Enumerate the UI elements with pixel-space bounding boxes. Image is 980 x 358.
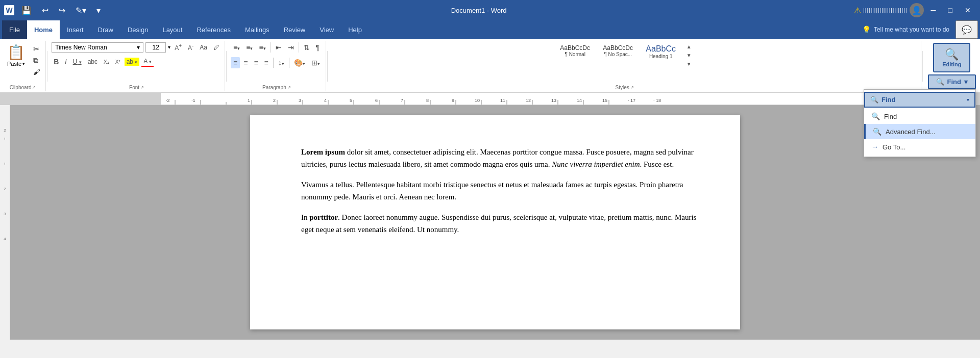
warning-icon: ⚠: [854, 6, 861, 15]
clipboard-small-buttons: ✂ ⧉ 🖌: [31, 42, 42, 77]
style-normal[interactable]: AaBbCcDc ¶ Normal: [555, 42, 596, 62]
dropdown-find-item[interactable]: 🔍 Find: [864, 109, 975, 124]
superscript-button[interactable]: X²: [113, 58, 122, 66]
find-button-wrapper: 🔍 Find ▾ 🔍 Find ▾ 🔍 Find: [928, 74, 976, 89]
title-bar-left: W 💾 ↩ ↪ ✎▾ ▾: [4, 4, 104, 17]
tab-review[interactable]: Review: [277, 20, 313, 39]
align-right-button[interactable]: ≡: [251, 57, 260, 68]
format-painter-button[interactable]: 🖌: [31, 67, 42, 77]
restore-button[interactable]: □: [943, 4, 958, 16]
copy-button[interactable]: ⧉: [31, 55, 42, 66]
paste-button[interactable]: 📋 Paste ▾: [3, 42, 29, 69]
font-expand-icon[interactable]: ↗: [140, 85, 144, 90]
styles-group: AaBbCcDc ¶ Normal AaBbCcDc ¶ No Spac... …: [329, 41, 921, 91]
clear-formatting-button[interactable]: 🖊: [211, 43, 222, 52]
comment-button[interactable]: 💬: [955, 20, 978, 39]
align-left-button[interactable]: ≡: [231, 57, 240, 68]
font-size-dropdown-arrow[interactable]: ▾: [168, 44, 170, 50]
styles-scroll-down[interactable]: ▼: [685, 52, 693, 59]
tab-view[interactable]: View: [312, 20, 341, 39]
title-bar: W 💾 ↩ ↪ ✎▾ ▾ Document1 - Word ⚠ ||||||||…: [0, 0, 980, 20]
cut-button[interactable]: ✂: [31, 44, 42, 54]
quick-access-customize[interactable]: ✎▾: [72, 4, 89, 17]
dropdown-advanced-find-item[interactable]: 🔍 Advanced Find...: [864, 124, 975, 139]
tab-file[interactable]: File: [2, 20, 27, 39]
paragraph-top-row: ≡▾ ≡▾ ≡▾ ⇤ ⇥ ⇅ ¶: [231, 42, 322, 53]
para-separator-3: [273, 58, 274, 68]
strikethrough-button[interactable]: abc: [86, 57, 100, 66]
align-center-button[interactable]: ≡: [241, 57, 250, 68]
style-heading1[interactable]: AaBbCc Heading 1: [641, 42, 681, 62]
svg-text:·1: ·1: [191, 98, 195, 103]
vertical-ruler: 2 1 1 2 3 4: [0, 105, 10, 340]
svg-text:4: 4: [324, 98, 327, 103]
paragraph-group-content: ≡▾ ≡▾ ≡▾ ⇤ ⇥ ⇅ ¶ ≡ ≡ ≡ ≡ ↕▾: [231, 42, 323, 84]
document-title: Document1 - Word: [104, 7, 854, 14]
paragraph-expand-icon[interactable]: ↗: [287, 85, 291, 90]
tab-bar: File Home Insert Draw Design Layout Refe…: [0, 20, 980, 39]
show-hide-button[interactable]: ¶: [313, 42, 323, 53]
styles-area: AaBbCcDc ¶ Normal AaBbCcDc ¶ No Spac... …: [555, 42, 681, 62]
highlight-button[interactable]: ab ▾: [125, 58, 140, 66]
font-name-selector[interactable]: Times New Roman ▾: [52, 42, 143, 53]
clipboard-group-content: 📋 Paste ▾ ✂ ⧉ 🖌: [3, 42, 42, 84]
line-spacing-button[interactable]: ↕▾: [276, 57, 287, 68]
numbering-button[interactable]: ≡▾: [243, 42, 255, 53]
find-dropdown-arrow: ▾: [964, 78, 968, 86]
tab-home[interactable]: Home: [27, 20, 60, 39]
font-grow-button[interactable]: A+: [173, 42, 184, 53]
subscript-button[interactable]: X₂: [102, 58, 111, 66]
tab-draw[interactable]: Draw: [91, 20, 120, 39]
increase-indent-button[interactable]: ⇥: [285, 42, 297, 53]
tell-me-area[interactable]: 💡 Tell me what you want to do: [856, 20, 955, 39]
styles-label: Styles ↗: [332, 85, 918, 90]
underline-button[interactable]: U ▾: [71, 57, 84, 66]
multilevel-button[interactable]: ≡▾: [256, 42, 268, 53]
find-header-arrow: ▾: [967, 97, 969, 103]
shading-button[interactable]: 🎨▾: [291, 57, 308, 68]
font-label: Font ↗: [52, 85, 222, 90]
change-case-button[interactable]: Aa: [198, 43, 209, 52]
find-button[interactable]: 🔍 Find ▾: [928, 74, 976, 89]
undo-button[interactable]: ↩: [39, 4, 52, 17]
sort-button[interactable]: ⇅: [301, 42, 312, 53]
styles-more-button[interactable]: ▼: [685, 60, 693, 68]
minimize-button[interactable]: ─: [926, 4, 941, 16]
decrease-indent-button[interactable]: ⇤: [273, 42, 284, 53]
font-size-input[interactable]: 12: [145, 42, 166, 53]
clipboard-expand-icon[interactable]: ↗: [32, 85, 36, 90]
tab-help[interactable]: Help: [341, 20, 369, 39]
tab-design[interactable]: Design: [120, 20, 155, 39]
find-dropdown-header[interactable]: 🔍 Find ▾: [864, 92, 975, 108]
font-shrink-button[interactable]: A-: [186, 42, 195, 53]
close-button[interactable]: ✕: [960, 4, 976, 16]
separator-2: [226, 51, 227, 82]
paragraph-group: ≡▾ ≡▾ ≡▾ ⇤ ⇥ ⇅ ¶ ≡ ≡ ≡ ≡ ↕▾: [228, 41, 326, 91]
tab-mailings[interactable]: Mailings: [238, 20, 277, 39]
bold-button[interactable]: B: [52, 57, 61, 67]
style-no-spacing[interactable]: AaBbCcDc ¶ No Spac...: [598, 42, 639, 62]
tab-references[interactable]: References: [189, 20, 237, 39]
editing-button[interactable]: 🔍 Editing: [933, 43, 970, 72]
borders-button[interactable]: ⊞▾: [309, 57, 323, 68]
save-button[interactable]: 💾: [18, 4, 35, 17]
dropdown-goto-item[interactable]: → Go To...: [864, 139, 975, 155]
bullets-button[interactable]: ≡▾: [231, 42, 242, 53]
font-color-button[interactable]: A ▾: [141, 57, 154, 67]
tab-layout[interactable]: Layout: [155, 20, 189, 39]
italic-button[interactable]: I: [63, 57, 68, 66]
styles-scroll-up[interactable]: ▲: [685, 43, 693, 50]
profile-icon[interactable]: 👤: [910, 3, 924, 17]
redo-button[interactable]: ↪: [56, 4, 68, 17]
ribbon: File Home Insert Draw Design Layout Refe…: [0, 20, 980, 93]
style-normal-name: ¶ Normal: [565, 52, 585, 57]
tab-insert[interactable]: Insert: [60, 20, 91, 39]
italic-nunc: Nunc viverra imperdiet enim: [552, 160, 640, 168]
svg-text:· 18: · 18: [653, 98, 661, 103]
svg-text:7: 7: [401, 98, 403, 103]
styles-expand-icon[interactable]: ↗: [630, 85, 634, 90]
title-bar-right: ⚠ |||||||||||||||||||||||| 👤 ─ □ ✕: [854, 3, 976, 17]
justify-button[interactable]: ≡: [262, 57, 271, 68]
quick-access-more[interactable]: ▾: [93, 4, 104, 17]
page-content: Lorem ipsum dolor sit amet, consectetuer…: [301, 146, 699, 236]
